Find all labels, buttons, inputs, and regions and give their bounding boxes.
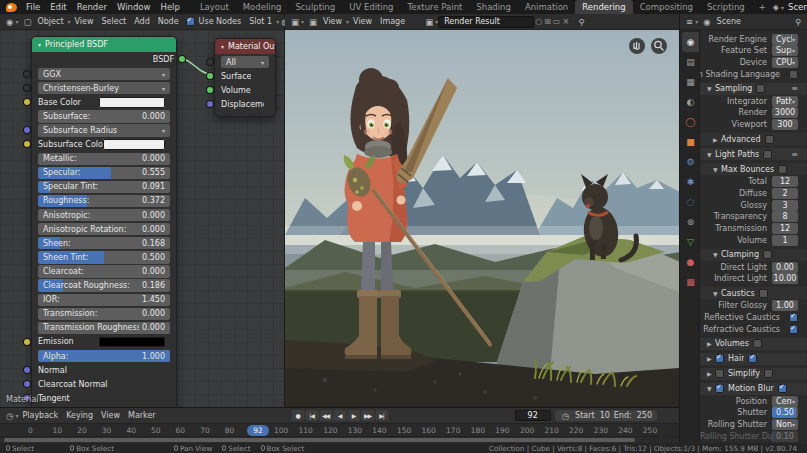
property-row[interactable]: ▶ Volumes ▾ — [700, 338, 807, 350]
property-value[interactable]: Cycles ▾ — [772, 34, 798, 45]
tab-view-layer[interactable]: ▦ — [682, 72, 699, 92]
property-row[interactable]: Rolling Shutter Dur... 0.10 ▾ — [700, 431, 807, 442]
menu-item[interactable]: Keying — [62, 411, 97, 420]
property-checkbox[interactable] — [763, 150, 772, 159]
property-checkbox[interactable] — [753, 339, 762, 348]
property-value[interactable]: 3 ▾ — [772, 200, 798, 211]
node-param-row[interactable]: Subsurface Color ▾ — [38, 138, 170, 150]
input-socket[interactable] — [24, 339, 30, 345]
disclosure-triangle-icon[interactable]: ▼ — [707, 385, 715, 392]
mode-dropdown[interactable]: View — [319, 17, 346, 26]
menu-item[interactable]: Playback — [18, 411, 62, 420]
collapse-icon[interactable]: ▾ — [38, 41, 41, 48]
jump-to-start[interactable]: |◀ — [305, 410, 318, 421]
property-row[interactable]: Render 3000 ▾ — [700, 107, 807, 118]
menu-item[interactable]: View — [97, 411, 124, 420]
node-param-row[interactable]: Clearcoat: 0.000 ▾ — [38, 265, 170, 277]
tab-data[interactable]: ▽ — [682, 232, 699, 252]
tab-scene[interactable]: ◐ — [682, 92, 699, 112]
property-row[interactable]: Direct Light 0.00 ▾ — [700, 262, 807, 273]
node-param-row[interactable]: Anisotropic: 0.000 ▾ — [38, 209, 170, 221]
image-datablock-field[interactable]: Render Result — [438, 16, 534, 28]
menu-item[interactable]: Edit — [45, 0, 71, 14]
property-row[interactable]: Position Center on Frame ▾ — [700, 396, 807, 407]
property-value[interactable]: 3000 ▾ — [772, 107, 798, 118]
property-row[interactable]: Feature Set Supported ▾ — [700, 45, 807, 56]
shader-node-editor[interactable]: ▾ Principled BSDF BSDF GGX ▾ — [0, 30, 285, 407]
disclosure-triangle-icon[interactable]: ▶ — [707, 340, 715, 347]
node-header[interactable]: ▾ Material Output — [215, 39, 275, 54]
workspace-tab[interactable]: Texture Paint — [401, 0, 470, 14]
play-reverse[interactable]: ◀ — [333, 410, 346, 421]
presets-menu-icon[interactable]: ≡ — [791, 84, 798, 93]
property-value[interactable]: Supported ▾ — [772, 45, 798, 56]
node-param-row[interactable]: Christensen-Burley ▾ — [38, 82, 170, 94]
property-row[interactable]: Transparency 8 ▾ — [700, 211, 807, 222]
color-swatch[interactable] — [99, 97, 165, 108]
use-nodes-checkbox[interactable] — [186, 17, 195, 26]
property-checkbox[interactable] — [764, 369, 773, 378]
workspace-tab[interactable]: Layout — [193, 0, 236, 14]
current-frame-field[interactable]: 92 — [515, 410, 551, 421]
disclosure-triangle-icon[interactable]: ▶ — [707, 370, 715, 377]
scrollbar-thumb[interactable] — [4, 438, 635, 442]
input-socket[interactable] — [207, 87, 213, 93]
scene-browse-icon[interactable]: ◈ — [773, 3, 779, 12]
fake-user-icon[interactable]: ○ — [534, 17, 543, 26]
frame-end-field[interactable]: End: 250 — [614, 411, 652, 420]
pin-icon[interactable]: ⚲ — [576, 17, 586, 27]
property-value[interactable]: 300 ▾ — [772, 119, 798, 130]
pin-icon[interactable]: ⚲ — [793, 17, 803, 27]
next-keyframe[interactable]: ▶▶ — [361, 410, 374, 421]
tab-world[interactable]: ◯ — [682, 112, 699, 132]
property-checkbox[interactable] — [778, 384, 787, 393]
menu-item[interactable]: Image — [376, 17, 409, 26]
jump-to-end[interactable]: ▶| — [375, 410, 388, 421]
property-row[interactable]: ▼ Motion Blur ▾ — [700, 383, 807, 395]
property-row[interactable]: Viewport 300 ▾ — [700, 119, 807, 130]
property-checkbox[interactable] — [748, 354, 757, 363]
disclosure-triangle-icon[interactable]: ▼ — [707, 151, 715, 158]
node-param-row[interactable]: Roughness: 0.372 ▾ — [38, 195, 170, 207]
property-value[interactable]: 0.50 ▾ — [772, 407, 798, 418]
property-row[interactable]: ▼ Max Bounces ▾ — [700, 163, 807, 175]
playhead-badge[interactable]: 92 — [247, 425, 269, 436]
section-checkbox[interactable] — [715, 354, 724, 363]
property-row[interactable]: ▼ Sampling ▾ ≡ — [700, 83, 807, 95]
property-checkbox[interactable] — [789, 70, 798, 79]
principled-bsdf-node[interactable]: ▾ Principled BSDF BSDF GGX ▾ — [31, 36, 177, 407]
editor-type-icon[interactable]: ▣ — [289, 17, 301, 27]
property-row[interactable]: Indirect Light 10.00 ▾ — [700, 273, 807, 284]
property-value[interactable]: 0.10 ▾ — [772, 431, 798, 442]
input-socket[interactable] — [207, 101, 213, 107]
disclosure-triangle-icon[interactable]: ▶ — [707, 355, 715, 362]
menu-item[interactable]: View — [71, 17, 98, 26]
property-row[interactable]: Filter Glossy 1.00 ▾ — [700, 300, 807, 311]
property-value[interactable]: Center on Frame ▾ — [772, 396, 798, 407]
node-param-row[interactable]: All ▾ — [221, 56, 269, 68]
property-row[interactable]: ▼ Clamping ▾ — [700, 249, 807, 261]
input-socket[interactable] — [24, 367, 30, 373]
node-param-row[interactable]: Normal ▾ — [38, 364, 170, 376]
property-row[interactable]: Integrator Path Tracing ▾ — [700, 96, 807, 107]
property-row[interactable]: Diffuse 2 ▾ — [700, 188, 807, 199]
property-row[interactable]: Reflective Caustics ▾ — [700, 312, 807, 323]
workspace-tab[interactable]: Scripting — [700, 0, 752, 14]
render-result-view[interactable] — [285, 30, 680, 407]
open-image-icon[interactable]: ▭ — [552, 17, 562, 26]
tab-render[interactable]: ◉ — [682, 32, 699, 52]
input-socket[interactable] — [24, 71, 30, 77]
node-param-row[interactable]: Sheen: 0.168 ▾ — [38, 237, 170, 249]
property-row[interactable]: ▶ Advanced ▾ — [700, 133, 807, 145]
node-param-row[interactable]: Metallic: 0.000 ▾ — [38, 153, 170, 165]
tab-object[interactable]: ■ — [682, 132, 699, 152]
tab-particles[interactable]: ✱ — [682, 172, 699, 192]
disclosure-triangle-icon[interactable]: ▼ — [713, 251, 721, 258]
tab-output[interactable]: ▤ — [682, 52, 699, 72]
node-param-row[interactable]: Base Color ▾ — [38, 96, 170, 108]
property-row[interactable]: Shutter 0.50 ▾ — [700, 407, 807, 418]
node-param-row[interactable]: Transmission: 0.000 ▾ — [38, 308, 170, 320]
property-checkbox[interactable] — [789, 313, 798, 322]
node-param-row[interactable]: Clearcoat Roughness: 0.186 ▾ — [38, 279, 170, 291]
property-value[interactable]: 12 ▾ — [772, 176, 798, 187]
